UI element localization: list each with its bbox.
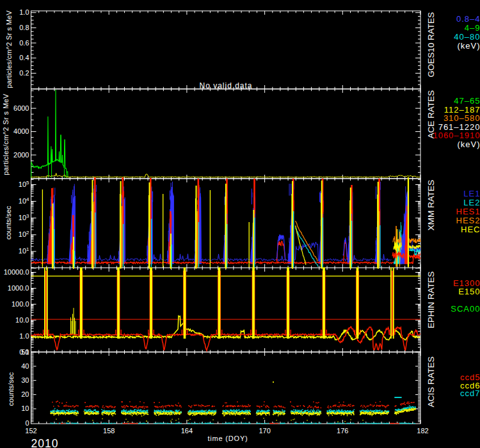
svg-text:ACIS RATES: ACIS RATES (426, 356, 436, 407)
svg-text:4000: 4000 (13, 127, 29, 135)
svg-text:counts/sec: counts/sec (4, 205, 12, 239)
svg-text:particles/cm^2 Sr s MeV: particles/cm^2 Sr s MeV (5, 10, 13, 88)
svg-text:4–9: 4–9 (465, 23, 480, 33)
svg-text:0.8: 0.8 (19, 24, 29, 31)
svg-text:HEC: HEC (461, 225, 480, 234)
svg-text:176: 176 (337, 427, 348, 435)
svg-text:20: 20 (21, 390, 29, 398)
svg-text:HES1: HES1 (456, 207, 480, 216)
svg-text:164: 164 (181, 427, 193, 435)
svg-text:0.6: 0.6 (19, 39, 29, 47)
svg-text:LE1: LE1 (463, 189, 480, 198)
svg-text:0: 0 (25, 419, 29, 427)
svg-text:10000.0: 10000.0 (4, 268, 29, 276)
svg-text:LE2: LE2 (463, 198, 480, 207)
svg-text:EPHIN RATES: EPHIN RATES (426, 271, 436, 328)
svg-text:10.0: 10.0 (15, 316, 29, 324)
svg-text:0.8–4: 0.8–4 (456, 14, 480, 24)
svg-text:SCA00: SCA00 (451, 304, 480, 314)
svg-text:40: 40 (21, 362, 29, 370)
svg-text:counts/sec: counts/sec (7, 372, 15, 406)
svg-text:1000.0: 1000.0 (8, 284, 29, 292)
svg-text:152: 152 (25, 427, 36, 435)
svg-text:10: 10 (21, 404, 29, 412)
svg-text:XMM RATES: XMM RATES (426, 180, 436, 230)
svg-text:time (DOY): time (DOY) (208, 435, 248, 442)
svg-text:ccd7: ccd7 (460, 388, 480, 398)
svg-text:100.0: 100.0 (12, 300, 29, 308)
svg-text:0.2: 0.2 (19, 69, 29, 77)
svg-text:E1300: E1300 (453, 278, 480, 288)
svg-text:182: 182 (417, 427, 428, 435)
svg-text:2010: 2010 (31, 437, 59, 448)
svg-text:1.0: 1.0 (19, 8, 29, 16)
svg-text:E150: E150 (458, 287, 480, 296)
svg-text:50: 50 (21, 348, 29, 356)
svg-text:6000: 6000 (13, 104, 29, 112)
svg-text:1.0: 1.0 (19, 332, 29, 340)
svg-text:40–80: 40–80 (454, 32, 480, 42)
svg-text:170: 170 (259, 427, 270, 435)
svg-text:(keV): (keV) (457, 140, 480, 149)
svg-text:HES2: HES2 (456, 216, 480, 225)
svg-text:No valid data: No valid data (199, 81, 252, 90)
svg-text:2000: 2000 (13, 151, 29, 159)
svg-text:158: 158 (103, 427, 115, 435)
svg-text:GOES10 RATES: GOES10 RATES (426, 12, 436, 77)
svg-text:(keV): (keV) (457, 41, 480, 51)
svg-text:0.4: 0.4 (19, 54, 29, 61)
svg-text:particles/cm^2 Sr s MeV: particles/cm^2 Sr s MeV (2, 93, 10, 175)
svg-text:30: 30 (21, 376, 29, 384)
